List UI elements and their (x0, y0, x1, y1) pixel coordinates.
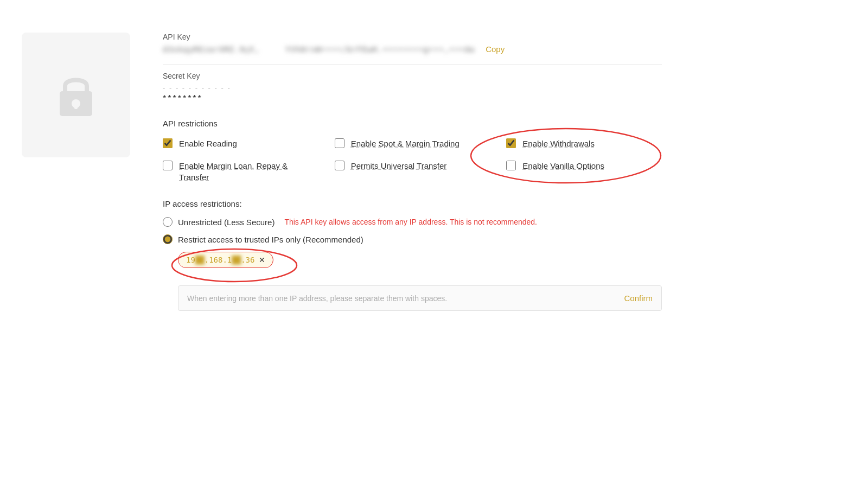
checkbox-universal-transfer: Permits Universal Transfer (335, 160, 490, 183)
checkbox-loan-wrapper[interactable] (163, 161, 174, 171)
checkbox-vanilla-options: Enable Vanilla Options (506, 160, 662, 183)
checkbox-universal-wrapper[interactable] (335, 161, 346, 171)
checkboxes-grid: Enable Reading Enable Spot & Margin Trad… (163, 138, 662, 183)
api-key-value: d3xkqyREzarXMZ.9ç€, YVh0rxW••••/brFEwH.•… (163, 45, 475, 54)
ip-tag-text: 19██.168.1██.36 (186, 256, 254, 264)
checkbox-reading-wrapper[interactable] (163, 138, 174, 149)
lock-icon-box (22, 33, 130, 157)
checkbox-reading-input[interactable] (163, 138, 173, 148)
secret-key-value: ******** (163, 94, 662, 104)
api-restrictions-section: API restrictions Enable Reading Enable S… (163, 119, 662, 183)
lock-icon (54, 71, 98, 119)
api-key-section: API Key d3xkqyREzarXMZ.9ç€, YVh0rxW••••/… (163, 33, 662, 54)
divider (163, 65, 662, 65)
checkbox-enable-reading: Enable Reading (163, 138, 318, 149)
trusted-ip-section: 19██.168.1██.36 ✕ When entering more tha… (178, 252, 662, 311)
confirm-button[interactable]: Confirm (624, 294, 653, 303)
checkbox-withdrawals-label[interactable]: Enable Withdrawals (522, 138, 595, 149)
checkbox-vanilla-wrapper[interactable] (506, 161, 517, 171)
secret-key-section: Secret Key - - - - - - - - - - - *******… (163, 72, 662, 104)
api-key-label: API Key (163, 33, 662, 41)
checkbox-spot-label[interactable]: Enable Spot & Margin Trading (351, 138, 459, 149)
radio-restricted-input[interactable] (163, 234, 173, 244)
radio-restricted: Restrict access to trusted IPs only (Rec… (163, 234, 662, 244)
copy-button[interactable]: Copy (486, 44, 505, 54)
checkbox-spot-wrapper[interactable] (335, 138, 346, 149)
checkbox-vanilla-label[interactable]: Enable Vanilla Options (522, 160, 604, 171)
ip-tag: 19██.168.1██.36 ✕ (178, 252, 273, 268)
checkbox-withdrawals-input[interactable] (506, 138, 516, 148)
api-restrictions-title: API restrictions (163, 119, 662, 128)
api-key-row: d3xkqyREzarXMZ.9ç€, YVh0rxW••••/brFEwH.•… (163, 44, 662, 54)
radio-unrestricted-input[interactable] (163, 217, 173, 227)
secret-key-dashes: - - - - - - - - - - - (163, 84, 662, 92)
svg-rect-2 (74, 104, 78, 109)
checkbox-withdrawals: Enable Withdrawals (506, 138, 662, 149)
unrestricted-warning: This API key allows access from any IP a… (284, 218, 537, 226)
checkbox-spot-input[interactable] (335, 138, 344, 148)
ip-restrictions-section: IP access restrictions: Unrestricted (Le… (163, 199, 662, 311)
checkbox-universal-input[interactable] (335, 161, 344, 170)
ip-input-box: When entering more than one IP address, … (178, 285, 662, 311)
radio-unrestricted-label: Unrestricted (Less Secure) (178, 218, 275, 227)
checkbox-reading-label[interactable]: Enable Reading (179, 138, 237, 149)
radio-restricted-label: Restrict access to trusted IPs only (Rec… (178, 235, 363, 244)
checkbox-withdrawals-wrapper[interactable] (506, 138, 517, 149)
secret-key-label: Secret Key (163, 72, 662, 80)
left-panel (0, 22, 152, 475)
ip-restrictions-title: IP access restrictions: (163, 199, 662, 208)
radio-unrestricted: Unrestricted (Less Secure) This API key … (163, 217, 662, 227)
checkbox-loan-label[interactable]: Enable Margin Loan, Repay & Transfer (179, 160, 318, 183)
ip-tag-close-button[interactable]: ✕ (259, 256, 265, 264)
ip-input-placeholder: When entering more than one IP address, … (187, 294, 624, 303)
checkbox-spot-margin: Enable Spot & Margin Trading (335, 138, 490, 149)
checkbox-universal-label[interactable]: Permits Universal Transfer (351, 160, 447, 171)
checkbox-loan-input[interactable] (163, 161, 173, 170)
checkbox-vanilla-input[interactable] (506, 161, 516, 170)
checkbox-margin-loan: Enable Margin Loan, Repay & Transfer (163, 160, 318, 183)
main-content: API Key d3xkqyREzarXMZ.9ç€, YVh0rxW••••/… (152, 22, 694, 475)
